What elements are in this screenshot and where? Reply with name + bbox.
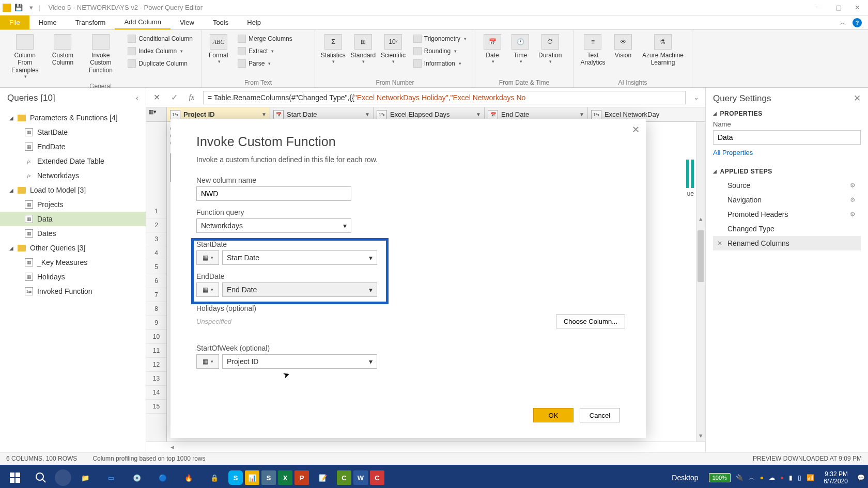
powerpoint-icon[interactable]: P xyxy=(295,470,309,485)
word-icon[interactable]: W xyxy=(353,470,368,485)
tab-home[interactable]: Home xyxy=(29,15,66,29)
row-number[interactable]: 8 xyxy=(146,302,166,316)
extract-button[interactable]: Extract▾ xyxy=(235,45,296,57)
tree-item-extended-date-table[interactable]: fxExtended Date Table xyxy=(0,154,146,168)
maximize-button[interactable]: ▢ xyxy=(835,4,842,11)
tab-view[interactable]: View xyxy=(171,15,204,29)
taskbar-app-5[interactable]: 🔒 xyxy=(203,467,226,488)
function-query-select[interactable]: Networkdays▾ xyxy=(196,218,351,233)
ok-button[interactable]: OK xyxy=(533,408,574,422)
duration-button[interactable]: ⏱Duration▾ xyxy=(535,32,565,67)
tray-power-icon[interactable]: 🔌 xyxy=(736,474,743,481)
query-name-input[interactable] xyxy=(713,130,861,145)
row-number[interactable]: 10 xyxy=(146,330,166,344)
step-renamed-columns[interactable]: ✕Renamed Columns xyxy=(713,236,861,250)
tree-item-networkdays[interactable]: fxNetworkdays xyxy=(0,168,146,183)
save-icon[interactable]: 💾 xyxy=(14,3,23,12)
merge-columns-button[interactable]: Merge Columns xyxy=(235,33,296,44)
vertical-scrollbar[interactable]: ▴ ▾ xyxy=(696,122,705,442)
chevron-down-icon[interactable]: ▼ xyxy=(261,112,267,117)
chrome-icon[interactable]: 🔵 xyxy=(151,467,175,488)
accept-formula-icon[interactable]: ✓ xyxy=(168,91,180,104)
tree-group-other-queries[interactable]: ◢Other Queries [3] xyxy=(0,241,146,255)
information-button[interactable]: Information▾ xyxy=(410,58,470,69)
gear-icon[interactable]: ⚙ xyxy=(850,182,856,189)
properties-section[interactable]: PROPERTIES xyxy=(713,110,861,117)
row-number[interactable]: 12 xyxy=(146,358,166,372)
taskbar-app-3[interactable]: 💿 xyxy=(125,467,149,488)
start-button[interactable] xyxy=(3,467,27,488)
skype-icon[interactable]: S xyxy=(228,470,243,485)
tray-icon-2[interactable]: ● xyxy=(780,474,784,481)
tree-item-dates[interactable]: ▦Dates xyxy=(0,226,146,241)
chevron-down-icon[interactable]: ▼ xyxy=(579,112,584,117)
step-source[interactable]: Source⚙ xyxy=(713,178,861,193)
tab-transform[interactable]: Transform xyxy=(66,15,115,29)
camtasia-icon[interactable]: C xyxy=(337,470,351,485)
tree-item-key-measures[interactable]: ▦_Key Measures xyxy=(0,255,146,270)
row-number[interactable]: 2 xyxy=(146,218,166,232)
tree-item-holidays[interactable]: ▦Holidays xyxy=(0,270,146,284)
tab-file[interactable]: File xyxy=(0,15,29,29)
row-number[interactable]: 9 xyxy=(146,316,166,330)
delete-step-icon[interactable]: ✕ xyxy=(717,240,722,247)
step-changed-type[interactable]: Changed Type xyxy=(713,222,861,236)
excel-icon[interactable]: X xyxy=(278,470,292,485)
qat-dropdown-icon[interactable]: ▾ xyxy=(26,3,36,12)
vision-button[interactable]: 👁Vision xyxy=(610,32,636,61)
close-panel-icon[interactable]: ✕ xyxy=(854,93,861,104)
formula-input[interactable]: = Table.RenameColumns(#"Changed Type",{{… xyxy=(203,91,686,104)
notepad-icon[interactable]: 📝 xyxy=(311,467,335,488)
tray-icon-4[interactable]: ▯ xyxy=(798,474,801,481)
row-number[interactable]: 14 xyxy=(146,386,166,400)
azure-ml-button[interactable]: ⚗Azure Machine Learning xyxy=(638,32,688,69)
notifications-icon[interactable]: 💬 xyxy=(857,474,865,481)
startdate-select[interactable]: Start Date▾ xyxy=(222,250,377,265)
step-promoted-headers[interactable]: Promoted Headers⚙ xyxy=(713,207,861,222)
text-analytics-button[interactable]: ≡Text Analytics xyxy=(578,32,608,69)
formula-expand-icon[interactable]: ⌄ xyxy=(691,93,701,101)
scientific-button[interactable]: 10²Scientific▾ xyxy=(379,32,407,67)
row-number[interactable]: 7 xyxy=(146,288,166,302)
parse-button[interactable]: Parse▾ xyxy=(235,58,296,69)
powerbi-icon[interactable]: 📊 xyxy=(245,470,259,485)
tab-help[interactable]: Help xyxy=(238,15,270,29)
step-navigation[interactable]: Navigation⚙ xyxy=(713,193,861,207)
tab-add-column[interactable]: Add Column xyxy=(115,15,171,29)
scroll-left-icon[interactable]: ◂ xyxy=(167,443,177,451)
tray-wifi-icon[interactable]: 📶 xyxy=(807,474,814,481)
chevron-down-icon[interactable]: ▼ xyxy=(365,112,370,117)
taskbar-app-red[interactable]: C xyxy=(370,470,384,485)
row-number[interactable]: 13 xyxy=(146,372,166,386)
gear-icon[interactable]: ⚙ xyxy=(850,211,856,218)
help-icon[interactable]: ? xyxy=(853,18,862,27)
gear-icon[interactable]: ⚙ xyxy=(850,196,856,203)
tray-expand-icon[interactable]: ︿ xyxy=(749,474,755,482)
tree-group-load-to-model[interactable]: ◢Load to Model [3] xyxy=(0,183,146,197)
tree-item-invoked-function[interactable]: 1₂₃Invoked Function xyxy=(0,284,146,298)
row-number[interactable]: 4 xyxy=(146,246,166,260)
format-button[interactable]: ABC Format▾ xyxy=(206,32,231,67)
row-number[interactable]: 1 xyxy=(146,204,166,218)
row-number[interactable]: 5 xyxy=(146,260,166,274)
row-number[interactable]: 11 xyxy=(146,344,166,358)
dialog-close-button[interactable]: ✕ xyxy=(632,124,640,135)
taskbar-clock[interactable]: 9:32 PM 6/7/2020 xyxy=(819,470,852,485)
startofweek-type-button[interactable]: ▦▾ xyxy=(196,354,219,369)
show-desktop-label[interactable]: Desktop xyxy=(667,474,703,482)
tray-icon-3[interactable]: ▮ xyxy=(789,474,793,481)
cancel-button[interactable]: Cancel xyxy=(580,408,620,422)
duplicate-column-button[interactable]: Duplicate Column xyxy=(125,58,196,69)
conditional-column-button[interactable]: Conditional Column xyxy=(125,33,196,44)
tray-cloud-icon[interactable]: ☁ xyxy=(769,474,775,481)
tree-item-enddate[interactable]: ▦EndDate xyxy=(0,139,146,154)
collapse-panel-icon[interactable]: ‹ xyxy=(136,93,138,103)
tray-icon-1[interactable]: ● xyxy=(760,474,764,481)
applied-steps-section[interactable]: APPLIED STEPS xyxy=(713,168,861,175)
time-button[interactable]: 🕐Time▾ xyxy=(507,32,533,67)
cancel-formula-icon[interactable]: ✕ xyxy=(150,91,163,104)
custom-column-button[interactable]: Custom Column xyxy=(48,32,78,69)
minimize-button[interactable]: — xyxy=(816,4,823,11)
battery-indicator[interactable]: 100% xyxy=(709,473,731,482)
tree-item-startdate[interactable]: ▦StartDate xyxy=(0,125,146,139)
